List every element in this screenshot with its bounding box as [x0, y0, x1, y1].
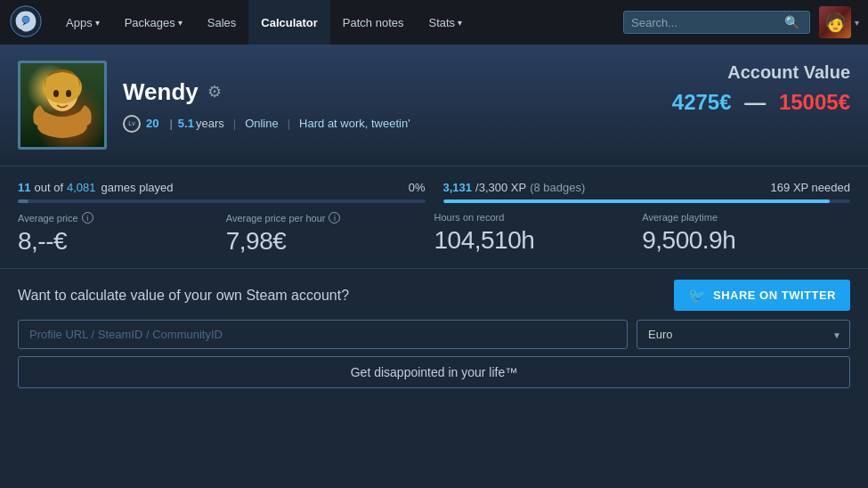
navbar: Apps ▾ Packages ▾ Sales Calculator Patch…: [0, 0, 868, 45]
disappoint-button[interactable]: Get disappointed in your life™: [18, 356, 850, 388]
avatar-image: 🧑: [819, 6, 851, 38]
metric-avg-playtime-label: Average playtime: [642, 212, 718, 223]
metric-avg-playtime-value: 9,500.9h: [642, 226, 850, 255]
cta-row: Want to calculate value of your own Stea…: [18, 280, 850, 311]
svg-point-1: [22, 16, 29, 23]
games-played-count: 11: [18, 181, 30, 194]
account-value-high: 15005€: [779, 90, 850, 114]
avatar-dropdown-chevron[interactable]: ▾: [855, 18, 859, 28]
xp-stats: 3,131 / 3,300 XP (8 badges) 169 XP neede…: [443, 181, 851, 203]
games-total: 4,081: [67, 181, 96, 194]
profile-status-note: Hard at work, tweetin': [299, 117, 410, 130]
currency-select[interactable]: Euro US Dollar British Pound: [637, 320, 850, 349]
xp-badges: (8 badges): [530, 181, 585, 194]
metric-hours-record-label: Hours on record: [434, 212, 505, 223]
nav-item-apps[interactable]: Apps ▾: [53, 0, 112, 45]
xp-total: 3,300 XP: [479, 181, 527, 194]
metric-avg-price-label: Average price: [18, 213, 78, 224]
profile-url-input[interactable]: [18, 320, 628, 349]
nav-item-sales[interactable]: Sales: [195, 0, 249, 45]
account-value-amounts: 4275€ — 15005€: [672, 90, 850, 115]
games-row: 11 out of 4,081 games played 0%: [18, 181, 426, 194]
nav-item-calculator[interactable]: Calculator: [248, 0, 330, 45]
metric-avg-price: Average price i 8,--€: [18, 212, 226, 256]
profile-header: Wendy ⚙ Lv 20 | 5.1 years | Online | Har…: [0, 45, 868, 167]
twitter-share-button[interactable]: 🐦 SHARE ON TWITTER: [674, 280, 851, 311]
xp-progress-fill: [443, 199, 831, 203]
search-bar: 🔍: [623, 11, 810, 34]
cta-text: Want to calculate value of your own Stea…: [18, 288, 349, 304]
settings-gear-icon[interactable]: ⚙: [207, 82, 222, 102]
avg-price-info-icon[interactable]: i: [82, 212, 93, 224]
account-value-low: 4275€: [672, 90, 732, 114]
avatar[interactable]: 🧑: [819, 6, 851, 38]
xp-needed: 169 XP needed: [771, 181, 850, 194]
metric-hours-record: Hours on record 104,510h: [434, 212, 643, 256]
twitter-button-label: SHARE ON TWITTER: [713, 289, 836, 302]
search-input[interactable]: [631, 16, 783, 29]
level-circle-icon: Lv: [123, 115, 141, 133]
profile-avatar-image: [20, 63, 104, 147]
steam-logo: [9, 4, 45, 40]
games-progress-fill: [18, 199, 28, 203]
profile-avatar: [18, 61, 107, 150]
metric-hours-record-value: 104,510h: [434, 226, 643, 255]
games-pct: 0%: [409, 181, 426, 194]
nav-item-packages[interactable]: Packages ▾: [112, 0, 195, 45]
metric-avg-price-value: 8,--€: [18, 227, 226, 256]
svg-point-5: [66, 90, 71, 97]
profile-years: 5.1: [178, 117, 194, 130]
account-value-label: Account Value: [672, 62, 850, 83]
metric-avg-price-hour-value: 7,98€: [226, 227, 434, 256]
profile-level: 20: [146, 117, 158, 130]
currency-select-wrap: Euro US Dollar British Pound: [637, 320, 850, 349]
account-value-section: Account Value 4275€ — 15005€: [672, 62, 850, 115]
bottom-section: Want to calculate value of your own Stea…: [0, 268, 868, 399]
twitter-bird-icon: 🐦: [688, 287, 707, 304]
search-icon-button[interactable]: 🔍: [783, 15, 801, 29]
stats-section: 11 out of 4,081 games played 0% 3,131 / …: [0, 167, 868, 268]
nav-item-stats[interactable]: Stats ▾: [417, 0, 475, 45]
profile-meta: Lv 20 | 5.1 years | Online | Hard at wor…: [123, 115, 850, 133]
profile-years-unit: years: [196, 117, 224, 130]
svg-point-4: [53, 90, 59, 97]
games-stats: 11 out of 4,081 games played 0%: [18, 181, 426, 203]
metrics-row: Average price i 8,--€ Average price per …: [18, 203, 850, 268]
games-played-text: games played: [101, 181, 174, 194]
metric-avg-price-hour-label: Average price per hour: [226, 213, 326, 224]
avg-price-hour-info-icon[interactable]: i: [329, 212, 340, 224]
xp-progress-bar: [443, 199, 851, 203]
metric-avg-price-hour: Average price per hour i 7,98€: [226, 212, 434, 256]
nav-item-patchnotes[interactable]: Patch notes: [330, 0, 417, 45]
xp-current: 3,131: [443, 181, 473, 194]
profile-status: Online: [245, 117, 279, 130]
account-value-dash: —: [744, 90, 766, 114]
xp-row: 3,131 / 3,300 XP (8 badges) 169 XP neede…: [443, 181, 851, 194]
metric-avg-playtime: Average playtime 9,500.9h: [642, 212, 850, 256]
input-row: Euro US Dollar British Pound: [18, 320, 850, 349]
profile-name: Wendy: [123, 78, 199, 106]
games-progress-bar: [18, 199, 426, 203]
